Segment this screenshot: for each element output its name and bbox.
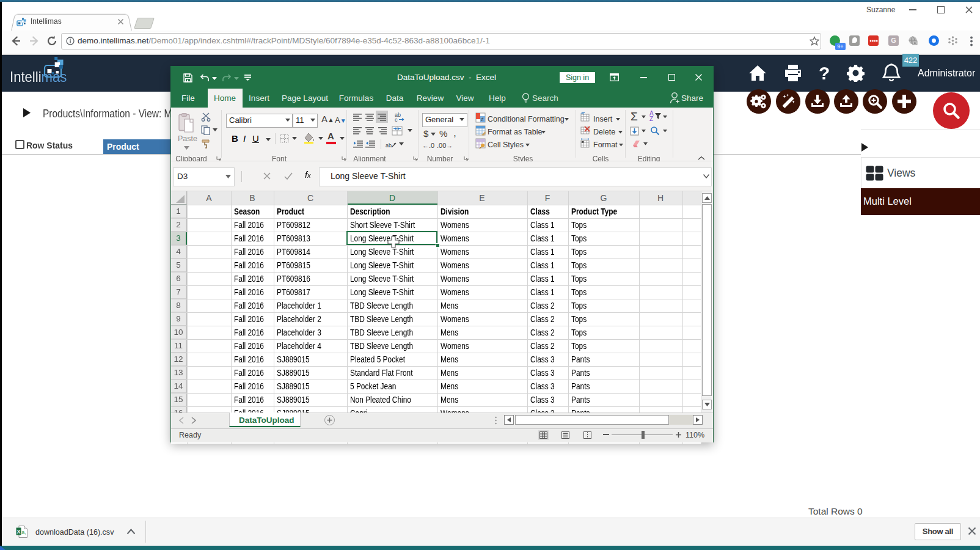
svg-text:a,: a, <box>21 529 26 535</box>
svg-text:≠: ≠ <box>481 116 484 122</box>
svg-text:ab: ab <box>386 142 392 148</box>
svg-text:c: c <box>395 117 398 122</box>
svg-text:X: X <box>16 529 20 535</box>
